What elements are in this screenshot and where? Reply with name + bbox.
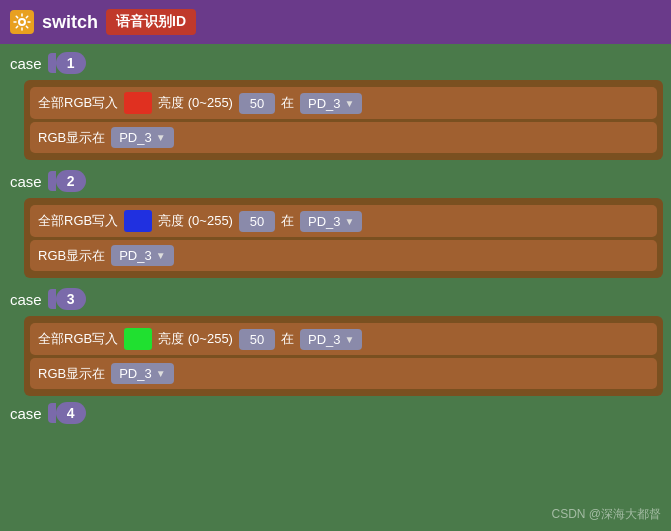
case-number-1: 1 bbox=[56, 52, 86, 74]
case-3-cmd-1: 全部RGB写入 亮度 (0~255) 50 在 PD_3 ▼ bbox=[30, 323, 657, 355]
case-1-commands: 全部RGB写入 亮度 (0~255) 50 在 PD_3 ▼ RGB显示在 PD… bbox=[24, 80, 663, 160]
color-swatch-blue[interactable] bbox=[124, 210, 152, 232]
cmd-text-10: 亮度 (0~255) bbox=[158, 330, 233, 348]
cmd-text-6: 亮度 (0~255) bbox=[158, 212, 233, 230]
cmd-text-1: 全部RGB写入 bbox=[38, 94, 118, 112]
cmd-text-9: 全部RGB写入 bbox=[38, 330, 118, 348]
case-2-cmd-2: RGB显示在 PD_3 ▼ bbox=[30, 240, 657, 271]
switch-header: switch 语音识别ID bbox=[0, 0, 671, 44]
brightness-value-3[interactable]: 50 bbox=[239, 329, 275, 350]
cmd-text-4: RGB显示在 bbox=[38, 129, 105, 147]
cmd-text-8: RGB显示在 bbox=[38, 247, 105, 265]
case-text-3: case bbox=[10, 291, 42, 308]
gear-icon bbox=[10, 10, 34, 34]
watermark: CSDN @深海大都督 bbox=[551, 506, 661, 523]
case-number-badge-3: 3 bbox=[48, 288, 86, 310]
case-section-3: case 3 全部RGB写入 亮度 (0~255) 50 在 PD_3 ▼ RG… bbox=[0, 280, 671, 396]
case-1-cmd-2: RGB显示在 PD_3 ▼ bbox=[30, 122, 657, 153]
case-label-row-1: case 1 bbox=[0, 48, 671, 78]
case-label-row-3: case 3 bbox=[0, 284, 671, 314]
main-container: switch 语音识别ID case 1 全部RGB写入 亮度 (0~255) … bbox=[0, 0, 671, 531]
case-2-cmd-1: 全部RGB写入 亮度 (0~255) 50 在 PD_3 ▼ bbox=[30, 205, 657, 237]
color-swatch-red[interactable] bbox=[124, 92, 152, 114]
case-number-2: 2 bbox=[56, 170, 86, 192]
case-3-commands: 全部RGB写入 亮度 (0~255) 50 在 PD_3 ▼ RGB显示在 PD… bbox=[24, 316, 663, 396]
port-dropdown-6[interactable]: PD_3 ▼ bbox=[111, 363, 173, 384]
cmd-text-2: 亮度 (0~255) bbox=[158, 94, 233, 112]
bottom-case-row: case 4 bbox=[0, 398, 671, 428]
cmd-text-3: 在 bbox=[281, 94, 294, 112]
cmd-text-12: RGB显示在 bbox=[38, 365, 105, 383]
case-section-2: case 2 全部RGB写入 亮度 (0~255) 50 在 PD_3 ▼ RG… bbox=[0, 162, 671, 278]
bottom-case-text: case bbox=[10, 405, 42, 422]
case-label-row-2: case 2 bbox=[0, 166, 671, 196]
bottom-case-badge: 4 bbox=[48, 402, 86, 424]
color-swatch-green[interactable] bbox=[124, 328, 152, 350]
port-dropdown-4[interactable]: PD_3 ▼ bbox=[111, 245, 173, 266]
port-dropdown-3[interactable]: PD_3 ▼ bbox=[300, 211, 362, 232]
case-2-commands: 全部RGB写入 亮度 (0~255) 50 在 PD_3 ▼ RGB显示在 PD… bbox=[24, 198, 663, 278]
case-text-2: case bbox=[10, 173, 42, 190]
svg-point-0 bbox=[19, 19, 25, 25]
cmd-text-5: 全部RGB写入 bbox=[38, 212, 118, 230]
brightness-value-2[interactable]: 50 bbox=[239, 211, 275, 232]
case-text-1: case bbox=[10, 55, 42, 72]
switch-title: switch bbox=[42, 12, 98, 33]
speech-id-badge[interactable]: 语音识别ID bbox=[106, 9, 196, 35]
cmd-text-11: 在 bbox=[281, 330, 294, 348]
cmd-text-7: 在 bbox=[281, 212, 294, 230]
case-number-3: 3 bbox=[56, 288, 86, 310]
case-section-1: case 1 全部RGB写入 亮度 (0~255) 50 在 PD_3 ▼ RG… bbox=[0, 44, 671, 160]
case-number-badge-1: 1 bbox=[48, 52, 86, 74]
port-dropdown-1[interactable]: PD_3 ▼ bbox=[300, 93, 362, 114]
port-dropdown-2[interactable]: PD_3 ▼ bbox=[111, 127, 173, 148]
case-number-badge-2: 2 bbox=[48, 170, 86, 192]
brightness-value-1[interactable]: 50 bbox=[239, 93, 275, 114]
case-3-cmd-2: RGB显示在 PD_3 ▼ bbox=[30, 358, 657, 389]
case-1-cmd-1: 全部RGB写入 亮度 (0~255) 50 在 PD_3 ▼ bbox=[30, 87, 657, 119]
port-dropdown-5[interactable]: PD_3 ▼ bbox=[300, 329, 362, 350]
bottom-case-number: 4 bbox=[56, 402, 86, 424]
